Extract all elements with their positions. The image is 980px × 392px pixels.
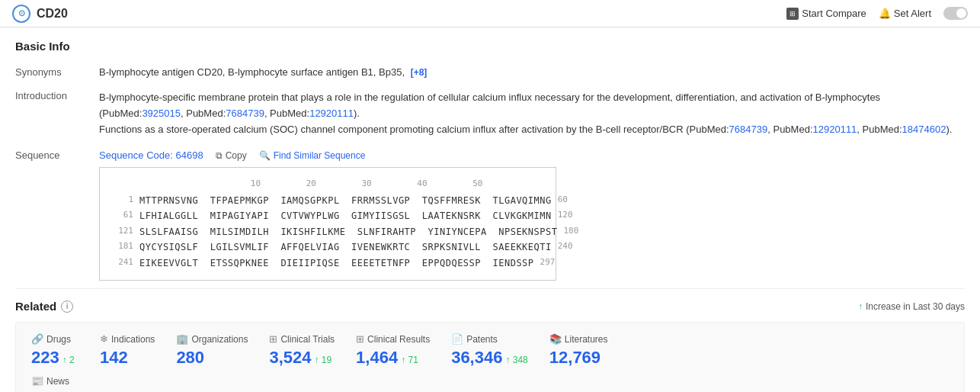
compare-icon: ⊞ — [786, 8, 799, 20]
sequence-row-item: 61 LFHIALGGLL MIPAGIYAPI CVTVWYPLWG GIMY… — [112, 208, 543, 223]
stat-value-row: 36,346 ↑ 348 — [451, 348, 528, 368]
stat-item-clinical-results[interactable]: ⊞ Clinical Results 1,464 ↑ 71 — [356, 333, 451, 368]
seq-content: EIKEEVVGLT ETSSQPKNEE DIEIIPIQSE EEEETET… — [139, 255, 534, 271]
sequence-code-link[interactable]: Sequence Code: 64698 — [99, 149, 203, 161]
seq-num-left: 181 — [112, 239, 133, 255]
alert-toggle[interactable] — [943, 7, 968, 20]
stats-row-2: 📰 News 488 ↑ 17 — [31, 375, 949, 392]
stats-row-1: 🔗 Drugs 223 ↑ 2 ❄ Indications 142 🏢 Orga… — [31, 333, 949, 368]
stat-value-row: 142 — [100, 348, 128, 368]
stat-icon: ⊞ — [269, 333, 277, 345]
stat-label: 📚 Literatures — [549, 333, 608, 345]
main-content: Basic Info Synonyms B-lymphocyte antigen… — [0, 27, 980, 392]
alert-icon: 🔔 — [879, 8, 891, 19]
copy-button[interactable]: ⧉ Copy — [216, 150, 247, 161]
stat-value: 3,524 — [269, 348, 311, 368]
seq-content: LFHIALGGLL MIPAGIYAPI CVTVWYPLWG GIMYIIS… — [139, 208, 552, 223]
synonyms-row: Synonyms B-lymphocyte antigen CD20, B-ly… — [15, 62, 965, 85]
seq-num-left: 61 — [112, 208, 133, 223]
seq-num-right: 120 — [558, 208, 579, 223]
stat-icon: 📚 — [549, 333, 562, 345]
increase-arrow-icon: ↑ — [858, 301, 863, 312]
stat-label: 📰 News — [31, 375, 69, 387]
pubmed4-link[interactable]: 7684739 — [729, 124, 768, 135]
stat-value: 142 — [100, 348, 128, 368]
pubmed5-link[interactable]: 12920111 — [813, 124, 857, 135]
find-similar-button[interactable]: 🔍 Find Similar Sequence — [259, 150, 366, 161]
introduction-row: Introduction B-lymphocyte-specific membr… — [15, 85, 965, 145]
increase-label: ↑ Increase in Last 30 days — [858, 301, 965, 312]
stat-label: 🔗 Drugs — [31, 333, 71, 345]
stat-value-row: 1,464 ↑ 71 — [356, 348, 418, 368]
stat-value: 12,769 — [549, 348, 600, 368]
stat-item-patents[interactable]: 📄 Patents 36,346 ↑ 348 — [451, 333, 549, 368]
stat-label: ⊞ Clinical Trials — [269, 333, 335, 345]
stat-icon: 🏢 — [176, 333, 188, 345]
stat-value: 280 — [176, 348, 204, 368]
pubmed6-link[interactable]: 18474602 — [902, 124, 946, 135]
stat-item-indications[interactable]: ❄ Indications 142 — [100, 333, 176, 368]
stat-item-organizations[interactable]: 🏢 Organizations 280 — [176, 333, 269, 368]
stat-item-drugs[interactable]: 🔗 Drugs 223 ↑ 2 — [31, 333, 100, 368]
synonyms-value: B-lymphocyte antigen CD20, B-lymphocyte … — [99, 62, 965, 85]
sequence-row-item: 241 EIKEEVVGLT ETSSQPKNEE DIEIIPIQSE EEE… — [112, 255, 543, 271]
seq-num-left: 1 — [112, 193, 133, 208]
stat-value-row: 280 — [176, 348, 204, 368]
stat-increase: ↑ 348 — [505, 355, 527, 365]
stats-container: 🔗 Drugs 223 ↑ 2 ❄ Indications 142 🏢 Orga… — [15, 322, 965, 392]
header: ⊙ CD20 ⊞ Start Compare 🔔 Set Alert — [0, 0, 980, 27]
stat-value-row: 3,524 ↑ 19 — [269, 348, 331, 368]
seq-num-right: 180 — [563, 224, 584, 239]
seq-content: QYCYSIQSLF LGILSVMLIF AFFQELVIAG IVENEWK… — [139, 239, 552, 255]
set-alert-button[interactable]: 🔔 Set Alert — [879, 8, 931, 19]
seq-num-right: 297 — [540, 255, 562, 271]
stat-value: 223 — [31, 348, 59, 368]
pubmed3-link[interactable]: 12920111 — [309, 108, 354, 119]
header-left: ⊙ CD20 — [12, 5, 68, 23]
sequence-label: Sequence — [15, 145, 99, 288]
stat-value: 1,464 — [356, 348, 398, 368]
related-info-icon[interactable]: i — [61, 300, 73, 313]
stat-icon: ⊞ — [356, 333, 364, 345]
sequence-rows: 1 MTTPRNSVNG TFPAEPMKGP IAMQSGPKPL FRRMS… — [112, 193, 543, 271]
sequence-value: Sequence Code: 64698 ⧉ Copy 🔍 Find Simil… — [99, 145, 965, 288]
synonyms-more-link[interactable]: [+8] — [411, 67, 428, 78]
cd20-icon: ⊙ — [12, 5, 30, 23]
sequence-row: Sequence Sequence Code: 64698 ⧉ Copy 🔍 F… — [15, 145, 965, 288]
stat-increase: ↑ 71 — [401, 355, 418, 365]
find-icon: 🔍 — [259, 150, 271, 161]
sequence-row-item: 181 QYCYSIQSLF LGILSVMLIF AFFQELVIAG IVE… — [112, 239, 543, 255]
stat-label: 📄 Patents — [451, 333, 498, 345]
seq-content: SLSLFAAISG MILSIMDILH IKISHFILKME SLNFIR… — [139, 224, 557, 239]
pubmed1-link[interactable]: 3925015 — [142, 108, 181, 119]
stat-item-literatures[interactable]: 📚 Literatures 12,769 — [549, 333, 629, 368]
pubmed2-link[interactable]: 7684739 — [226, 108, 264, 119]
copy-icon: ⧉ — [216, 150, 223, 161]
stat-increase: ↑ 2 — [62, 355, 75, 365]
stat-icon: 🔗 — [31, 333, 43, 345]
basic-info-table: Synonyms B-lymphocyte antigen CD20, B-ly… — [15, 62, 965, 288]
stat-increase: ↑ 19 — [314, 355, 331, 365]
introduction-label: Introduction — [15, 85, 99, 145]
stat-icon: ❄ — [100, 333, 108, 345]
sequence-row-item: 1 MTTPRNSVNG TFPAEPMKGP IAMQSGPKPL FRRMS… — [112, 193, 543, 208]
sequence-row-item: 121 SLSLFAAISG MILSIMDILH IKISHFILKME SL… — [112, 224, 543, 239]
header-right: ⊞ Start Compare 🔔 Set Alert — [786, 7, 968, 20]
basic-info-title: Basic Info — [15, 40, 965, 53]
stat-value-row: 223 ↑ 2 — [31, 348, 75, 368]
related-header: Related i ↑ Increase in Last 30 days — [15, 288, 965, 313]
stat-label: ⊞ Clinical Results — [356, 333, 430, 345]
stat-icon: 📄 — [451, 333, 463, 345]
sequence-header: Sequence Code: 64698 ⧉ Copy 🔍 Find Simil… — [99, 149, 959, 161]
stat-label: 🏢 Organizations — [176, 333, 248, 345]
sequence-ruler: 10 20 30 40 50 — [112, 177, 543, 191]
seq-num-left: 121 — [112, 224, 133, 239]
stat-value: 36,346 — [451, 348, 502, 368]
sequence-box: 10 20 30 40 50 1 MTTPRNSVNG TFPAEPMKGP I… — [99, 167, 556, 281]
stat-icon: 📰 — [31, 375, 43, 387]
stat-item-news[interactable]: 📰 News 488 ↑ 17 — [31, 375, 101, 392]
stat-item-clinical-trials[interactable]: ⊞ Clinical Trials 3,524 ↑ 19 — [269, 333, 356, 368]
introduction-value: B-lymphocyte-specific membrane protein t… — [99, 85, 965, 145]
start-compare-button[interactable]: ⊞ Start Compare — [786, 8, 866, 20]
stat-label: ❄ Indications — [100, 333, 155, 345]
